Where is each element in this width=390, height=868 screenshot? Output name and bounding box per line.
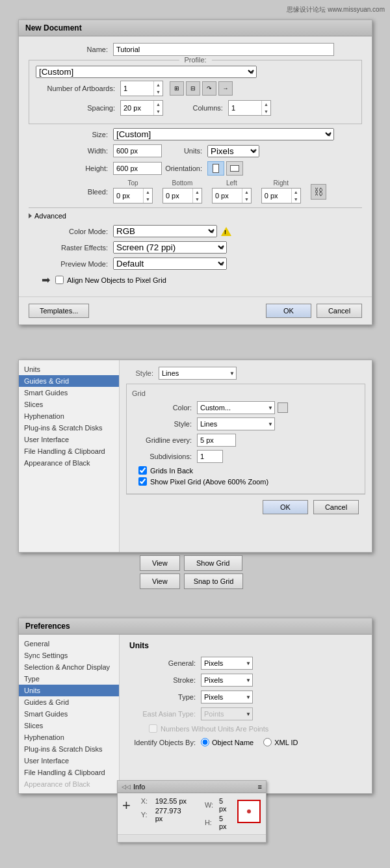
- profile-select-wrapper[interactable]: [Custom]: [36, 66, 257, 78]
- grid-color-select[interactable]: Custom...: [197, 401, 275, 414]
- columns-arrows[interactable]: ▲ ▼: [261, 101, 270, 115]
- sidebar-item-guides-grid[interactable]: Guides & Grid: [19, 375, 119, 387]
- bleed-right-up[interactable]: ▲: [292, 189, 300, 196]
- sidebar-item-plugins[interactable]: Plug-ins & Scratch Disks: [19, 422, 119, 434]
- view-button-2[interactable]: View: [140, 573, 180, 589]
- bleed-bottom-input[interactable]: [163, 189, 192, 202]
- layout-right-icon[interactable]: ↷: [202, 81, 216, 96]
- prefs-small-ok-btn[interactable]: OK: [263, 500, 308, 514]
- columns-up[interactable]: ▲: [262, 101, 270, 108]
- full-sidebar-units[interactable]: Units: [19, 685, 119, 696]
- bleed-left-arrows[interactable]: ▲ ▼: [242, 189, 251, 203]
- snap-to-grid-button[interactable]: Snap to Grid: [184, 573, 244, 589]
- sidebar-item-slices[interactable]: Slices: [19, 399, 119, 410]
- cancel-button[interactable]: Cancel: [317, 304, 362, 318]
- full-sidebar-plugins[interactable]: Plug-ins & Scratch Disks: [19, 743, 119, 755]
- sidebar-item-file-handling[interactable]: File Handling & Clipboard: [19, 445, 119, 457]
- units-stroke-select[interactable]: Pixels: [201, 674, 253, 687]
- spacing-down[interactable]: ▼: [154, 108, 162, 115]
- advanced-triangle-icon[interactable]: [29, 213, 32, 218]
- bleed-top-arrows[interactable]: ▲ ▼: [143, 189, 152, 203]
- grid-style-select-wrapper[interactable]: Lines: [197, 417, 275, 430]
- gridline-input[interactable]: [197, 434, 236, 447]
- bleed-left-up[interactable]: ▲: [242, 189, 251, 196]
- bleed-top-up[interactable]: ▲: [144, 189, 152, 196]
- grid-style-select[interactable]: Lines: [197, 417, 275, 430]
- bleed-right-arrows[interactable]: ▲ ▼: [291, 189, 300, 203]
- full-sidebar-type[interactable]: Type: [19, 673, 119, 685]
- artboards-up[interactable]: ▲: [154, 81, 162, 88]
- preview-mode-select-wrapper[interactable]: Default: [113, 257, 227, 270]
- bleed-right-down[interactable]: ▼: [292, 196, 300, 203]
- portrait-btn[interactable]: [207, 161, 224, 176]
- full-sidebar-ui[interactable]: User Interface: [19, 755, 119, 767]
- xml-id-radio[interactable]: [263, 738, 272, 746]
- units-stroke-select-wrap[interactable]: Pixels: [201, 674, 253, 687]
- bleed-bottom-arrows[interactable]: ▲ ▼: [192, 189, 202, 203]
- guide-style-select[interactable]: Lines: [159, 367, 237, 380]
- artboards-down[interactable]: ▼: [154, 88, 162, 96]
- xml-id-option[interactable]: XML ID: [263, 738, 298, 746]
- artboards-input[interactable]: [121, 82, 153, 95]
- spacing-stepper[interactable]: ▲ ▼: [120, 100, 163, 116]
- sidebar-item-ui[interactable]: User Interface: [19, 434, 119, 445]
- grid-color-swatch[interactable]: [278, 402, 288, 413]
- bleed-right-stepper[interactable]: ▲ ▼: [261, 188, 301, 204]
- ok-button[interactable]: OK: [266, 304, 311, 318]
- profile-select[interactable]: [Custom]: [36, 66, 257, 78]
- full-sidebar-selection[interactable]: Selection & Anchor Display: [19, 661, 119, 673]
- guide-style-select-wrapper[interactable]: Lines: [159, 367, 237, 380]
- info-collapse-icon[interactable]: ◁◁: [122, 783, 131, 790]
- layout-arrow-icon[interactable]: →: [218, 81, 233, 96]
- sidebar-item-hyphenation[interactable]: Hyphenation: [19, 410, 119, 422]
- units-general-select-wrap[interactable]: Pixels: [201, 657, 253, 670]
- units-type-select-wrap[interactable]: Pixels: [201, 690, 253, 704]
- units-general-select[interactable]: Pixels: [201, 657, 253, 670]
- subdivisions-input[interactable]: [197, 450, 223, 463]
- show-grid-button[interactable]: Show Grid: [184, 555, 242, 571]
- full-sidebar-black[interactable]: Appearance of Black: [19, 778, 119, 790]
- full-sidebar-slices[interactable]: Slices: [19, 720, 119, 731]
- spacing-input[interactable]: [121, 101, 153, 114]
- bleed-left-input[interactable]: [213, 189, 242, 202]
- object-name-radio[interactable]: [201, 738, 209, 746]
- bleed-left-stepper[interactable]: ▲ ▼: [212, 188, 252, 204]
- height-input[interactable]: [113, 162, 162, 175]
- bleed-left-down[interactable]: ▼: [242, 196, 251, 203]
- color-mode-select[interactable]: RGB: [113, 225, 217, 237]
- layout-grid-icon[interactable]: ⊞: [170, 81, 184, 96]
- bleed-top-input[interactable]: [114, 189, 143, 202]
- full-sidebar-hyphenation[interactable]: Hyphenation: [19, 731, 119, 743]
- show-pixel-grid-checkbox[interactable]: [138, 477, 147, 486]
- bleed-bottom-down[interactable]: ▼: [193, 196, 202, 203]
- templates-button[interactable]: Templates...: [29, 304, 89, 318]
- artboards-arrows[interactable]: ▲ ▼: [153, 81, 162, 96]
- full-sidebar-guides-grid[interactable]: Guides & Grid: [19, 696, 119, 708]
- name-input[interactable]: [113, 43, 334, 56]
- units-type-select[interactable]: Pixels: [201, 690, 253, 704]
- preview-mode-select[interactable]: Default: [113, 257, 227, 270]
- bleed-link-btn[interactable]: ⛓: [311, 184, 326, 200]
- raster-effects-select[interactable]: Screen (72 ppi): [113, 241, 227, 254]
- full-sidebar-smart-guides[interactable]: Smart Guides: [19, 708, 119, 720]
- layout-row-icon[interactable]: ⊟: [186, 81, 200, 96]
- bleed-bottom-stepper[interactable]: ▲ ▼: [162, 188, 202, 204]
- grids-in-back-checkbox[interactable]: [138, 466, 147, 475]
- full-sidebar-file[interactable]: File Handling & Clipboard: [19, 767, 119, 778]
- object-name-option[interactable]: Object Name: [201, 738, 254, 746]
- artboards-stepper[interactable]: ▲ ▼: [120, 81, 163, 96]
- spacing-up[interactable]: ▲: [154, 101, 162, 108]
- units-select[interactable]: Pixels: [207, 145, 259, 157]
- view-button-1[interactable]: View: [140, 555, 180, 571]
- raster-effects-select-wrapper[interactable]: Screen (72 ppi): [113, 241, 227, 254]
- units-select-wrapper[interactable]: Pixels: [207, 145, 259, 157]
- bleed-top-stepper[interactable]: ▲ ▼: [113, 188, 153, 204]
- advanced-toggle[interactable]: Advanced: [29, 212, 362, 220]
- width-input[interactable]: [113, 144, 162, 157]
- spacing-arrows[interactable]: ▲ ▼: [153, 101, 162, 115]
- sidebar-item-units[interactable]: Units: [19, 363, 119, 375]
- info-menu-icon[interactable]: ≡: [258, 783, 262, 791]
- columns-down[interactable]: ▼: [262, 108, 270, 115]
- full-sidebar-sync[interactable]: Sync Settings: [19, 650, 119, 661]
- bleed-bottom-up[interactable]: ▲: [193, 189, 202, 196]
